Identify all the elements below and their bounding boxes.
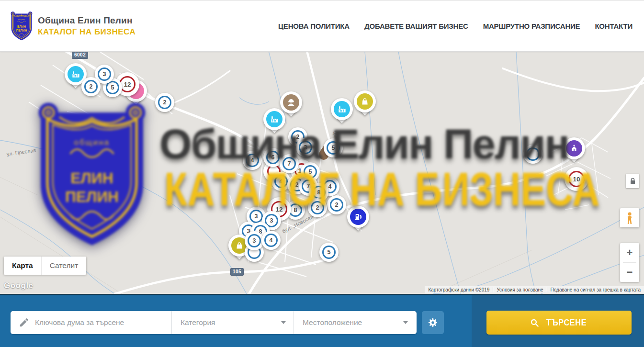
cluster-marker[interactable]: 2 — [308, 198, 327, 217]
worker-icon — [283, 94, 299, 111]
church-icon — [566, 140, 582, 157]
nav-contacts[interactable]: КОНТАКТИ — [595, 22, 633, 30]
location-dropdown[interactable]: Местоположение — [294, 311, 416, 334]
street-view-pegman-button[interactable] — [620, 208, 639, 227]
nav-add-your-business[interactable]: ДОБАВЕТЕ ВАШИЯТ БИЗНЕС — [364, 22, 468, 30]
shopping-bag-pin-marker[interactable] — [354, 90, 376, 121]
pencil-icon — [19, 317, 29, 328]
cluster-count: 2 — [335, 201, 339, 208]
cluster-count: 3 — [270, 217, 273, 224]
cluster-count: 2 — [316, 204, 319, 211]
cluster-count: 4 — [328, 183, 332, 190]
google-logo[interactable]: Google — [4, 281, 34, 291]
pin-disc — [347, 206, 369, 228]
pin-disc — [331, 98, 353, 120]
cluster-marker[interactable]: 4 — [243, 151, 262, 170]
site-header: община ЕЛИН ПЕЛИН Община Елин Пелин КАТА… — [0, 0, 644, 52]
pin-disc — [354, 90, 376, 112]
category-dropdown-label: Категория — [181, 318, 215, 327]
nav-pricing-policy[interactable]: ЦЕНОВА ПОЛИТИКА — [278, 22, 350, 30]
cluster-count: 2 — [295, 181, 299, 188]
cluster-count: 3 — [253, 237, 256, 244]
pegman-icon — [624, 212, 635, 224]
search-button-label: ТЪРСЕНЕ — [546, 318, 586, 328]
cluster-count: 2 — [90, 83, 93, 90]
factory-pin-marker[interactable] — [263, 108, 285, 139]
keyword-search-input[interactable] — [35, 318, 155, 327]
category-dropdown[interactable]: Категория — [171, 311, 294, 334]
cluster-marker[interactable]: 3 — [245, 231, 264, 250]
gear-icon — [428, 317, 438, 328]
cluster-count: 2 — [163, 99, 167, 106]
cluster-count: 4 — [270, 237, 273, 244]
cluster-marker[interactable]: 5 — [324, 138, 343, 157]
cluster-ring — [526, 147, 540, 161]
search-form: Категория Местоположение — [11, 311, 417, 334]
map-type-control: Карта Сателит — [4, 257, 86, 275]
cluster-count: 4 — [251, 157, 254, 164]
chevron-down-icon — [403, 321, 408, 324]
advanced-settings-button[interactable] — [422, 311, 444, 334]
keyword-field-wrap — [11, 311, 171, 334]
location-dropdown-label: Местоположение — [303, 318, 362, 327]
attribution-copyright: Картографски данни ©2019 — [425, 287, 493, 292]
pin-disc — [263, 108, 285, 130]
cluster-count: 5 — [328, 249, 331, 256]
cluster-marker[interactable]: 7 — [280, 154, 299, 173]
fuel-icon — [350, 209, 366, 225]
map-attribution: Картографски данни ©2019 Условия за полз… — [425, 286, 644, 293]
cluster-count: 10 — [573, 176, 580, 183]
svg-text:община: община — [18, 19, 25, 21]
chevron-down-icon — [281, 321, 286, 324]
nav-route-schedule[interactable]: МАРШРУТНО РАЗПИСАНИЕ — [483, 22, 580, 30]
cluster-marker[interactable]: 2 — [155, 93, 174, 112]
site-subtitle: КАТАЛОГ НА БИЗНЕСА — [38, 27, 136, 37]
attribution-terms-link[interactable]: Условия за ползване — [493, 287, 546, 292]
map-canvas[interactable]: 6002105ул. Преславбул. „Новоселции 12532… — [0, 52, 644, 294]
site-title: Община Елин Пелин — [38, 15, 136, 26]
cluster-count: 8 — [317, 189, 321, 196]
pin-disc — [563, 137, 585, 159]
map-type-map-button[interactable]: Карта — [4, 257, 41, 275]
cluster-count: 4 — [280, 178, 283, 185]
svg-text:ЕЛИН: ЕЛИН — [17, 25, 26, 28]
cluster-count: 5 — [111, 84, 114, 91]
search-icon — [530, 318, 539, 327]
cluster-count: 5 — [309, 168, 312, 175]
cluster-marker[interactable]: 2 — [81, 77, 101, 96]
cluster-marker[interactable] — [523, 145, 542, 164]
factory-icon — [334, 101, 350, 117]
zoom-out-button[interactable]: − — [620, 263, 639, 282]
svg-text:ПЕЛИН: ПЕЛИН — [16, 28, 27, 32]
cluster-count: 3 — [103, 71, 106, 78]
cluster-count: 2 — [296, 134, 300, 140]
site-logo[interactable]: община ЕЛИН ПЕЛИН Община Елин Пелин КАТА… — [11, 11, 136, 42]
zoom-in-button[interactable]: + — [620, 243, 639, 262]
factory-icon — [68, 66, 84, 82]
cluster-count: 5 — [332, 145, 335, 151]
cluster-marker[interactable]: 10 — [565, 167, 588, 191]
fuel-pin-marker[interactable] — [347, 206, 369, 236]
cluster-marker[interactable]: 3 — [296, 138, 315, 157]
cluster-count: 6 — [271, 154, 275, 161]
search-button[interactable]: ТЪРСЕНЕ — [486, 311, 632, 335]
cluster-marker[interactable]: 5 — [319, 243, 339, 262]
cluster-count: 3 — [304, 144, 307, 151]
factory-icon — [266, 111, 282, 127]
cluster-count: 8 — [294, 207, 297, 213]
attribution-report-error-link[interactable]: Подаване на сигнал за грешка в картата — [547, 287, 644, 292]
cluster-marker[interactable]: 4 — [261, 231, 281, 250]
church-pin-marker[interactable] — [563, 137, 585, 168]
cluster-marker[interactable]: 2 — [327, 195, 346, 214]
cluster-count: 12 — [275, 206, 282, 213]
search-bar-section: Категория Местоположение ТЪРСЕНЕ — [0, 294, 644, 347]
map-markers-layer: 125322 — [0, 52, 644, 294]
lock-icon — [630, 178, 636, 185]
cluster-count: 12 — [124, 81, 131, 88]
cluster-count: 3 — [255, 213, 258, 220]
factory-pin-marker[interactable] — [331, 98, 353, 129]
main-nav: ЦЕНОВА ПОЛИТИКА ДОБАВЕТЕ ВАШИЯТ БИЗНЕС М… — [278, 22, 633, 30]
shopping-bag-icon — [357, 93, 373, 110]
map-type-satellite-button[interactable]: Сателит — [41, 257, 86, 275]
lock-button[interactable] — [626, 174, 639, 188]
